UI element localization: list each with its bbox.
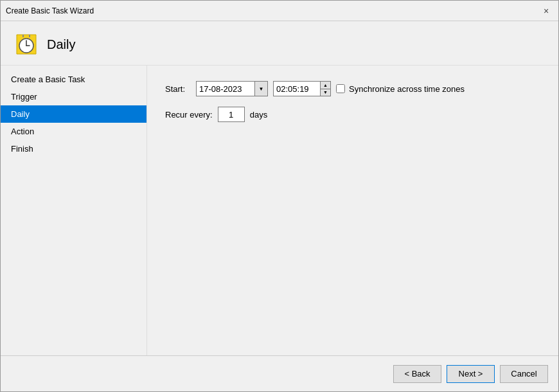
cancel-button[interactable]: Cancel <box>500 365 548 383</box>
sidebar-item-create-basic-task[interactable]: Create a Basic Task <box>1 71 146 88</box>
window-title: Create Basic Task Wizard <box>6 6 94 15</box>
date-input[interactable] <box>197 82 254 96</box>
main-layout: Daily Create a Basic Task Trigger Daily … <box>1 21 558 391</box>
recur-row: Recur every: days <box>165 107 540 122</box>
body-area: Create a Basic Task Trigger Daily Action… <box>1 66 558 355</box>
sync-checkbox-wrapper: Synchronize across time zones <box>336 84 465 94</box>
date-dropdown-button[interactable]: ▼ <box>254 82 267 96</box>
sidebar-item-action[interactable]: Action <box>1 123 146 140</box>
time-input-wrapper: ▲ ▼ <box>273 81 331 96</box>
recur-label: Recur every: <box>165 110 213 120</box>
recur-unit: days <box>250 110 267 120</box>
wizard-window: Create Basic Task Wizard × Daily <box>0 0 559 392</box>
start-row: Start: ▼ ▲ ▼ <box>165 81 540 96</box>
header-section: Daily <box>1 21 558 66</box>
sidebar: Create a Basic Task Trigger Daily Action… <box>1 66 147 355</box>
start-label: Start: <box>165 84 191 94</box>
time-spin-up[interactable]: ▲ <box>321 82 330 89</box>
time-input[interactable] <box>274 82 320 96</box>
footer: < Back Next > Cancel <box>1 355 558 391</box>
close-button[interactable]: × <box>539 4 553 18</box>
next-button[interactable]: Next > <box>447 365 495 383</box>
date-input-wrapper: ▼ <box>196 81 268 96</box>
sync-label: Synchronize across time zones <box>349 84 465 94</box>
recur-input[interactable] <box>218 107 245 122</box>
title-bar: Create Basic Task Wizard × <box>1 1 558 21</box>
time-spin-buttons: ▲ ▼ <box>320 82 330 96</box>
sidebar-item-finish[interactable]: Finish <box>1 140 146 157</box>
sidebar-item-daily[interactable]: Daily <box>1 105 146 123</box>
back-button[interactable]: < Back <box>393 365 441 383</box>
time-spin-down[interactable]: ▼ <box>321 89 330 96</box>
header-title: Daily <box>47 37 75 52</box>
right-panel: Start: ▼ ▲ ▼ <box>147 66 558 355</box>
task-clock-icon <box>14 32 39 57</box>
sidebar-item-trigger[interactable]: Trigger <box>1 88 146 105</box>
sync-checkbox[interactable] <box>336 84 345 93</box>
header-icon-wrapper <box>13 31 39 57</box>
